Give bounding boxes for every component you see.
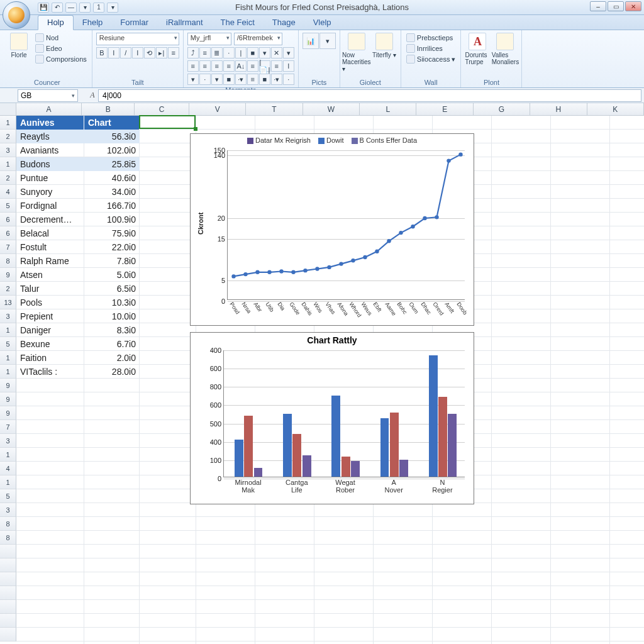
ribbon-btn[interactable]: ·▾ xyxy=(235,74,247,85)
ribbon-format-button[interactable]: I xyxy=(132,47,143,58)
data-cell[interactable]: Budons xyxy=(16,157,84,171)
ribbon-btn[interactable]: ≡ xyxy=(271,60,282,72)
formula-input[interactable]: 4|000 xyxy=(98,89,641,102)
ribbon-tit-button[interactable]: Titerfly ▾ xyxy=(372,33,397,77)
tab-irallrmant[interactable]: iRallrmant xyxy=(157,16,212,30)
row-header[interactable]: 9 xyxy=(0,406,16,420)
table-header-cell[interactable]: Chart xyxy=(84,116,140,130)
ribbon-btn[interactable]: 📊 xyxy=(303,33,319,49)
data-cell[interactable]: 8.3i0 xyxy=(84,323,140,337)
ribbon-btn[interactable]: ≡ xyxy=(211,60,223,72)
ribbon-edeo-button[interactable]: Edeo xyxy=(34,43,88,53)
data-cell[interactable]: VITaclils : xyxy=(16,365,84,379)
row-header[interactable]: 1 xyxy=(0,323,16,337)
spreadsheet-grid[interactable]: ABCVTWLEGHK 1231245667892133151199973141… xyxy=(0,103,644,644)
row-header[interactable]: 3 xyxy=(0,309,16,323)
row-header[interactable] xyxy=(0,600,16,614)
ribbon-btn[interactable]: A↓ xyxy=(235,60,247,72)
ribbon-nod-button[interactable]: Nod xyxy=(34,33,88,43)
ribbon-btn[interactable]: ■ xyxy=(259,74,270,85)
col-header-A[interactable]: A xyxy=(16,103,82,116)
data-cell[interactable]: 75.9i0 xyxy=(84,226,140,240)
data-cell[interactable]: 10.3i0 xyxy=(84,296,140,309)
qat-redo-icon[interactable]: — xyxy=(65,3,77,13)
ribbon-font-combo[interactable]: Resiune xyxy=(96,33,179,45)
ribbon-format-button[interactable]: / xyxy=(120,47,131,58)
ribbon-format-button[interactable]: ▸| xyxy=(156,47,167,58)
tab-the feict[interactable]: The Feict xyxy=(212,16,264,30)
table-header-cell[interactable]: Aunives xyxy=(16,116,84,130)
ribbon-btn[interactable]: ▾ xyxy=(187,74,199,85)
col-header-G[interactable]: G xyxy=(474,103,530,116)
col-header-V[interactable]: V xyxy=(189,103,246,116)
ribbon-btn[interactable]: · xyxy=(223,47,235,58)
row-header[interactable]: 6 xyxy=(0,213,16,226)
ribbon-format-button[interactable]: ≡ xyxy=(168,47,179,58)
data-cell[interactable]: Talur xyxy=(16,282,84,296)
ribbon-btn[interactable]: ■ xyxy=(247,47,258,58)
ribbon-btn[interactable]: ⤴ xyxy=(187,47,199,58)
row-header[interactable] xyxy=(0,572,16,586)
row-header[interactable] xyxy=(0,558,16,572)
row-header[interactable]: 8 xyxy=(0,531,16,545)
row-header[interactable]: 3 xyxy=(0,503,16,517)
ribbon-btn[interactable]: ·▾ xyxy=(271,74,282,85)
data-cell[interactable]: Bexune xyxy=(16,337,84,351)
row-header[interactable] xyxy=(0,614,16,628)
data-cell[interactable]: Avaniants xyxy=(16,143,84,157)
row-header[interactable]: 7 xyxy=(0,420,16,434)
row-header[interactable]: 9 xyxy=(0,268,16,282)
data-cell[interactable]: Ralph Rame xyxy=(16,254,84,268)
tab-holp[interactable]: Holp xyxy=(38,15,74,30)
qat-dd-icon[interactable]: ▾ xyxy=(107,3,118,13)
col-header-B[interactable]: B xyxy=(82,103,135,116)
tab-formlar[interactable]: Formlar xyxy=(111,16,157,30)
row-header[interactable]: 4 xyxy=(0,462,16,475)
row-header[interactable] xyxy=(0,628,16,641)
data-cell[interactable]: 56.3i0 xyxy=(84,130,140,143)
row-header[interactable]: 2 xyxy=(0,171,16,185)
ribbon-btn[interactable]: | xyxy=(235,47,247,58)
data-cell[interactable]: Decrement… xyxy=(16,213,84,226)
tab-thage[interactable]: Thage xyxy=(264,16,304,30)
row-header[interactable]: 5 xyxy=(0,199,16,213)
row-header[interactable]: 9 xyxy=(0,392,16,406)
col-header-K[interactable]: K xyxy=(587,103,644,116)
qat-customize-icon[interactable]: ▾ xyxy=(79,3,91,13)
qat-undo-icon[interactable]: ↶ xyxy=(52,3,63,13)
col-header-T[interactable]: T xyxy=(246,103,303,116)
data-cell[interactable]: 6.5i0 xyxy=(84,282,140,296)
ribbon-pre-button[interactable]: Prebsctieps xyxy=(405,33,457,43)
data-cell[interactable]: 102.0i0 xyxy=(84,143,140,157)
data-cell[interactable]: 34.0i0 xyxy=(84,185,140,199)
name-box[interactable]: GB xyxy=(18,89,78,102)
ribbon-btn[interactable]: ≡ xyxy=(247,60,258,72)
tab-vlelp[interactable]: Vlelp xyxy=(304,16,340,30)
row-header[interactable]: 3 xyxy=(0,434,16,448)
row-header[interactable] xyxy=(0,586,16,600)
ribbon-btn[interactable]: ≡ xyxy=(247,74,258,85)
data-cell[interactable]: Fostult xyxy=(16,240,84,254)
ribbon-btn[interactable]: |📄| xyxy=(259,60,270,72)
embedded-chart-bar[interactable]: Chart Rattly 0100400500600800600400Mirno… xyxy=(190,332,474,504)
row-header[interactable]: 9 xyxy=(0,379,16,392)
ribbon-format-button[interactable]: B xyxy=(96,47,108,58)
ribbon-siu-button[interactable]: Siiocacess ▾ xyxy=(405,54,457,64)
col-header-L[interactable]: L xyxy=(360,103,416,116)
row-header[interactable]: 1 xyxy=(0,351,16,365)
row-header[interactable]: 7 xyxy=(0,240,16,254)
ribbon-btn[interactable]: · xyxy=(199,74,211,85)
col-header-E[interactable]: E xyxy=(416,103,473,116)
ribbon-btn[interactable]: ≡ xyxy=(187,60,199,72)
data-cell[interactable]: Puntue xyxy=(16,171,84,185)
embedded-chart-line[interactable]: Datar Mx ReigrishDowitB Conts Effer Data… xyxy=(190,133,474,326)
ribbon-inr-button[interactable]: Inrrilices xyxy=(405,43,457,53)
row-header[interactable]: 1 xyxy=(0,475,16,489)
ribbon-comp-button[interactable]: Comporsions xyxy=(34,54,88,64)
ribbon-btn[interactable]: ▾ xyxy=(211,74,223,85)
fx-icon[interactable]: A xyxy=(87,91,98,100)
fill-handle[interactable] xyxy=(194,127,197,131)
qat-more-icon[interactable]: 1 xyxy=(93,3,104,13)
ribbon-btn[interactable]: ▾ xyxy=(283,47,294,58)
row-header[interactable] xyxy=(0,545,16,558)
